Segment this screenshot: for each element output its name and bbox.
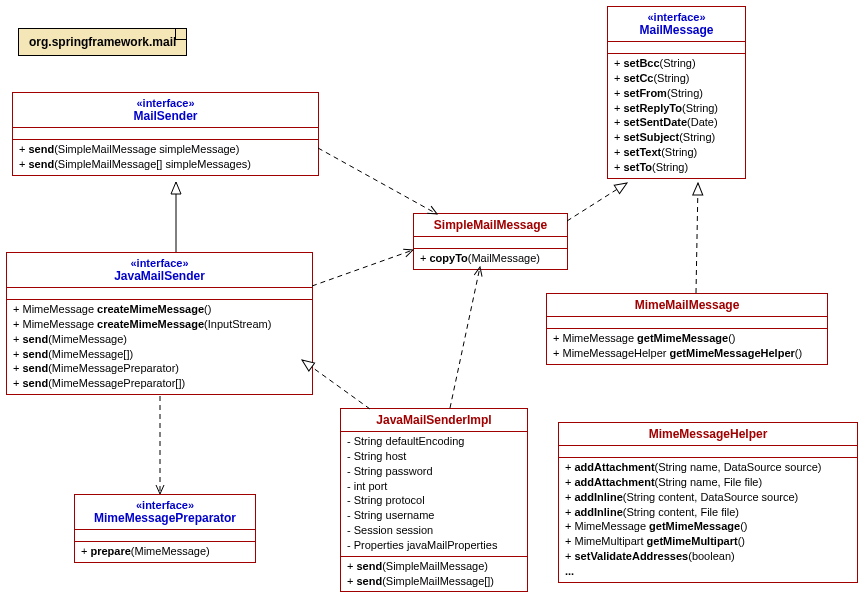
- stereotype: «interface»: [83, 499, 247, 511]
- edge-dependency: [312, 250, 413, 286]
- attribute-row: - String username: [347, 508, 521, 523]
- ops-section: + send(SimpleMailMessage simpleMessage)+…: [13, 140, 318, 175]
- attribute-row: - String protocol: [347, 493, 521, 508]
- operation-row: + addAttachment(String name, DataSource …: [565, 460, 851, 475]
- operation-row: + setFrom(String): [614, 86, 739, 101]
- operation-row: + send(SimpleMailMessage): [347, 559, 521, 574]
- class-JavaMailSender: «interface» JavaMailSender + MimeMessage…: [6, 252, 313, 395]
- operation-row: + MimeMessage createMimeMessage(): [13, 302, 306, 317]
- attrs-section: - String defaultEncoding- String host- S…: [341, 432, 527, 557]
- ops-section: + MimeMessage createMimeMessage()+ MimeM…: [7, 300, 312, 394]
- package-label: org.springframework.mail: [29, 35, 176, 49]
- class-JavaMailSenderImpl: JavaMailSenderImpl - String defaultEncod…: [340, 408, 528, 592]
- class-MimeMailMessage: MimeMailMessage + MimeMessage getMimeMes…: [546, 293, 828, 365]
- class-name: MailMessage: [616, 23, 737, 37]
- attribute-row: - Session session: [347, 523, 521, 538]
- operation-row: + copyTo(MailMessage): [420, 251, 561, 266]
- attrs-section: [13, 128, 318, 140]
- class-MailSender: «interface» MailSender + send(SimpleMail…: [12, 92, 319, 176]
- ops-section: + setBcc(String)+ setCc(String)+ setFrom…: [608, 54, 745, 178]
- operation-row: + setTo(String): [614, 160, 739, 175]
- edge-dependency: [318, 148, 437, 214]
- ops-section: + copyTo(MailMessage): [414, 249, 567, 269]
- class-MailMessage: «interface» MailMessage + setBcc(String)…: [607, 6, 746, 179]
- class-name: MimeMessagePreparator: [83, 511, 247, 525]
- attrs-section: [414, 237, 567, 249]
- operation-row: + MimeMessage createMimeMessage(InputStr…: [13, 317, 306, 332]
- ops-section: + addAttachment(String name, DataSource …: [559, 458, 857, 582]
- operation-row: + send(MimeMessage[]): [13, 347, 306, 362]
- operation-row: + send(SimpleMailMessage[] simpleMessage…: [19, 157, 312, 172]
- stereotype: «interface»: [15, 257, 304, 269]
- class-name: JavaMailSenderImpl: [349, 413, 519, 427]
- operation-row: + MimeMultipart getMimeMultipart(): [565, 534, 851, 549]
- class-name: MimeMessageHelper: [567, 427, 849, 441]
- operation-row: + addInline(String content, DataSource s…: [565, 490, 851, 505]
- attribute-row: - String password: [347, 464, 521, 479]
- edge-realization: [567, 183, 627, 221]
- package-note: org.springframework.mail: [18, 28, 187, 56]
- operation-row: + MimeMessage getMimeMessage(): [553, 331, 821, 346]
- stereotype: «interface»: [616, 11, 737, 23]
- class-name: JavaMailSender: [15, 269, 304, 283]
- attrs-section: [608, 42, 745, 54]
- operation-row: + setValidateAddresses(boolean): [565, 549, 851, 564]
- attribute-row: - String host: [347, 449, 521, 464]
- ops-section: + prepare(MimeMessage): [75, 542, 255, 562]
- attribute-row: - String defaultEncoding: [347, 434, 521, 449]
- attrs-section: [7, 288, 312, 300]
- class-MimeMessagePreparator: «interface» MimeMessagePreparator + prep…: [74, 494, 256, 563]
- class-name: MailSender: [21, 109, 310, 123]
- operation-row: + send(SimpleMailMessage simpleMessage): [19, 142, 312, 157]
- class-name: SimpleMailMessage: [422, 218, 559, 232]
- attribute-row: - Properties javaMailProperties: [347, 538, 521, 553]
- attrs-section: [75, 530, 255, 542]
- operation-row: + send(MimeMessagePreparator[]): [13, 376, 306, 391]
- operation-row: + send(SimpleMailMessage[]): [347, 574, 521, 589]
- operation-row: + send(MimeMessagePreparator): [13, 361, 306, 376]
- operation-row: + send(MimeMessage): [13, 332, 306, 347]
- ops-section: + send(SimpleMailMessage)+ send(SimpleMa…: [341, 557, 527, 592]
- attrs-section: [547, 317, 827, 329]
- class-SimpleMailMessage: SimpleMailMessage + copyTo(MailMessage): [413, 213, 568, 270]
- operation-row: ...: [565, 564, 851, 579]
- ops-section: + MimeMessage getMimeMessage()+ MimeMess…: [547, 329, 827, 364]
- stereotype: «interface»: [21, 97, 310, 109]
- class-name: MimeMailMessage: [555, 298, 819, 312]
- attrs-section: [559, 446, 857, 458]
- operation-row: + addInline(String content, File file): [565, 505, 851, 520]
- edge-realization: [696, 183, 698, 293]
- class-MimeMessageHelper: MimeMessageHelper + addAttachment(String…: [558, 422, 858, 583]
- operation-row: + setReplyTo(String): [614, 101, 739, 116]
- operation-row: + MimeMessageHelper getMimeMessageHelper…: [553, 346, 821, 361]
- operation-row: + setBcc(String): [614, 56, 739, 71]
- edge-dependency: [450, 267, 480, 408]
- operation-row: + addAttachment(String name, File file): [565, 475, 851, 490]
- attribute-row: - int port: [347, 479, 521, 494]
- operation-row: + MimeMessage getMimeMessage(): [565, 519, 851, 534]
- operation-row: + setCc(String): [614, 71, 739, 86]
- operation-row: + setSubject(String): [614, 130, 739, 145]
- operation-row: + setSentDate(Date): [614, 115, 739, 130]
- operation-row: + prepare(MimeMessage): [81, 544, 249, 559]
- operation-row: + setText(String): [614, 145, 739, 160]
